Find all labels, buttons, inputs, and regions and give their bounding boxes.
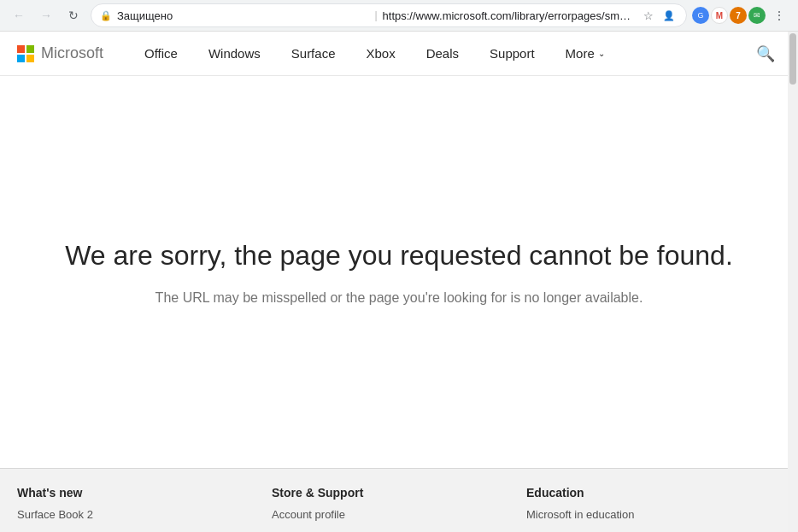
footer-col-store-support: Store & Support Account profile <box>272 486 526 524</box>
ms-logo[interactable]: Microsoft <box>17 44 103 62</box>
logo-yellow <box>26 55 34 62</box>
main-content: We are sorry, the page you requested can… <box>0 76 798 468</box>
forward-button[interactable]: → <box>34 3 58 27</box>
extension-icon: G <box>692 7 709 24</box>
address-url: https://www.microsoft.com/library/errorp… <box>383 9 635 22</box>
ms-nav-items: Office Windows Surface Xbox Deals Suppor… <box>129 32 750 76</box>
page-wrapper: Microsoft Office Windows Surface Xbox De… <box>0 32 798 532</box>
scrollbar[interactable] <box>788 32 798 532</box>
browser-menu-button[interactable]: ⋮ <box>767 3 791 27</box>
back-button[interactable]: ← <box>7 3 31 27</box>
extension2-icon: ✉ <box>748 7 766 24</box>
browser-actions: G M 7 ✉ ⋮ <box>692 3 791 27</box>
nav-item-deals[interactable]: Deals <box>411 32 474 76</box>
ms-logo-text: Microsoft <box>41 44 103 62</box>
reload-button[interactable]: ↻ <box>62 3 85 27</box>
address-icons: ☆ 👤 <box>640 7 678 24</box>
logo-blue <box>17 55 25 62</box>
scrollbar-thumb[interactable] <box>789 33 796 85</box>
nav-item-more[interactable]: More ⌄ <box>550 32 620 76</box>
search-icon: 🔍 <box>756 44 775 63</box>
footer-link-account-profile[interactable]: Account profile <box>272 508 509 521</box>
footer-col-whats-new: What's new Surface Book 2 <box>17 486 272 524</box>
footer-col-title-education: Education <box>526 486 764 500</box>
ms-footer: What's new Surface Book 2 Store & Suppor… <box>0 468 798 532</box>
nav-item-office[interactable]: Office <box>129 32 193 76</box>
footer-col-title-store-support: Store & Support <box>272 486 509 500</box>
footer-link-surface-book[interactable]: Surface Book 2 <box>17 508 255 521</box>
browser-chrome: ← → ↻ 🔒 Защищено | https://www.microsoft… <box>0 0 798 32</box>
footer-link-ms-education[interactable]: Microsoft in education <box>526 508 764 521</box>
logo-red <box>17 45 25 53</box>
error-heading: We are sorry, the page you requested can… <box>65 238 733 274</box>
search-button[interactable]: 🔍 <box>750 38 781 69</box>
nav-buttons: ← → ↻ <box>7 3 85 27</box>
scroll-area: Microsoft Office Windows Surface Xbox De… <box>0 32 798 532</box>
address-separator: | <box>374 9 377 21</box>
nav-item-windows[interactable]: Windows <box>193 32 276 76</box>
footer-col-title-whats-new: What's new <box>17 486 255 500</box>
profile-button[interactable]: 👤 <box>660 7 678 24</box>
chevron-down-icon: ⌄ <box>598 49 605 58</box>
logo-green <box>26 45 34 53</box>
lock-icon: 🔒 <box>100 10 112 21</box>
gmail-icon: M <box>711 7 728 24</box>
user-profile-icon: 7 <box>730 7 747 24</box>
nav-more-label: More <box>566 46 595 61</box>
nav-item-surface[interactable]: Surface <box>276 32 351 76</box>
browser-toolbar: ← → ↻ 🔒 Защищено | https://www.microsoft… <box>0 0 798 31</box>
bookmark-button[interactable]: ☆ <box>640 7 657 24</box>
nav-item-support[interactable]: Support <box>474 32 550 76</box>
address-bar[interactable]: 🔒 Защищено | https://www.microsoft.com/l… <box>91 3 687 27</box>
footer-columns: What's new Surface Book 2 Store & Suppor… <box>17 486 781 524</box>
nav-item-xbox[interactable]: Xbox <box>350 32 410 76</box>
ms-nav: Microsoft Office Windows Surface Xbox De… <box>0 32 798 76</box>
error-subtext: The URL may be misspelled or the page yo… <box>155 290 643 306</box>
footer-col-education: Education Microsoft in education <box>526 486 781 524</box>
address-text: Защищено <box>117 9 369 22</box>
ms-logo-grid <box>17 45 34 62</box>
